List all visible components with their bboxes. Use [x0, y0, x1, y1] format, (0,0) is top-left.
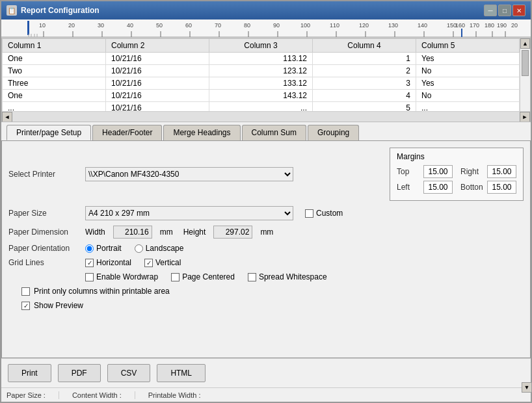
bottom-margin-input[interactable] — [487, 181, 516, 194]
svg-text:70: 70 — [215, 22, 221, 29]
show-preview-row: Show Preview — [21, 301, 524, 310]
table-cell: 3 — [313, 77, 416, 90]
right-margin-input[interactable] — [487, 165, 516, 178]
top-margin-label: Top — [397, 167, 419, 176]
scroll-left-button[interactable]: ◄ — [2, 112, 12, 122]
tab-header-footer[interactable]: Header/Footer — [92, 125, 162, 140]
spread-whitespace-label: Spread Whitespace — [259, 272, 327, 281]
table-cell: One — [3, 53, 106, 65]
extra-checks-row: Enable Wordwrap Page Centered Spread Whi… — [85, 272, 524, 281]
svg-text:140: 140 — [418, 22, 427, 29]
status-bar: Paper Size : Content Width : Printable W… — [1, 387, 531, 402]
top-margin-input[interactable] — [423, 165, 453, 178]
portrait-label: Portrait — [96, 244, 122, 253]
spread-whitespace-checkbox[interactable] — [248, 273, 256, 281]
vertical-scrollbar[interactable]: ▲ ▼ — [520, 38, 530, 111]
grid-options: Horizontal Vertical — [85, 258, 181, 267]
table-cell: 10/21/16 — [106, 53, 209, 65]
horizontal-scrollbar[interactable]: ◄ ► — [2, 111, 530, 122]
portrait-radio[interactable] — [85, 244, 94, 253]
tab-column-sum[interactable]: Column Sum — [242, 125, 306, 140]
html-button[interactable]: HTML — [157, 364, 206, 382]
svg-text:80: 80 — [244, 22, 250, 29]
paper-dimension-row: Paper Dimension Width mm Height mm — [8, 226, 524, 239]
table-cell: ... — [3, 102, 106, 112]
svg-text:100: 100 — [300, 22, 310, 29]
buttons-row: Print PDF CSV HTML — [1, 358, 531, 387]
tab-merge-headings[interactable]: Merge Headings — [163, 125, 240, 140]
table-cell: No — [416, 65, 520, 77]
pdf-button[interactable]: PDF — [58, 364, 101, 382]
table-cell: 133.12 — [209, 77, 313, 90]
page-centered-checkbox[interactable] — [171, 273, 180, 281]
height-input[interactable] — [213, 226, 252, 239]
custom-label: Custom — [316, 209, 343, 218]
data-table: Column 1 Column 2 Column 3 Column 4 Colu… — [2, 38, 520, 111]
mm-label-1: mm — [160, 228, 173, 237]
tab-grouping[interactable]: Grouping — [308, 125, 359, 140]
horizontal-check-item: Horizontal — [85, 258, 131, 267]
col-header-1: Column 1 — [3, 39, 106, 53]
paper-size-label: Paper Size — [8, 209, 80, 218]
svg-text:160: 160 — [455, 22, 465, 29]
svg-text:130: 130 — [388, 22, 398, 29]
csv-button[interactable]: CSV — [107, 364, 151, 382]
wordwrap-checkbox[interactable] — [85, 273, 94, 281]
svg-text:90: 90 — [273, 22, 280, 29]
printer-select[interactable]: \\XP\Canon MF4320-4350 — [85, 167, 293, 181]
title-bar-left: 📋 Report Configuration — [7, 5, 100, 16]
svg-text:170: 170 — [470, 22, 479, 29]
show-preview-checkbox[interactable] — [21, 302, 30, 310]
horizontal-checkbox[interactable] — [85, 259, 94, 267]
svg-text:30: 30 — [98, 22, 104, 29]
table-cell: 143.12 — [209, 90, 313, 102]
table-row: Three10/21/16133.123Yes — [3, 77, 520, 90]
orientation-radio-group: Portrait Landscape — [85, 244, 183, 253]
show-preview-label: Show Preview — [34, 301, 83, 310]
vertical-check-item: Vertical — [144, 258, 181, 267]
scroll-track — [12, 112, 520, 122]
paper-dimension-label: Paper Dimension — [8, 228, 80, 237]
svg-text:10: 10 — [39, 22, 46, 29]
table-row: One10/21/16113.121Yes — [3, 53, 520, 65]
paper-size-select[interactable]: A4 210 x 297 mm — [85, 206, 293, 220]
col-header-5: Column 5 — [416, 39, 520, 53]
margins-title: Margins — [397, 152, 516, 161]
tabs-area: Printer/page Setup Header/Footer Merge H… — [1, 122, 531, 140]
wordwrap-check-item: Enable Wordwrap — [85, 272, 158, 281]
vertical-checkbox[interactable] — [144, 259, 153, 267]
table-cell: 1 — [313, 53, 416, 65]
paper-size-row: Paper Size A4 210 x 297 mm Custom — [8, 206, 524, 220]
table-cell: No — [416, 90, 520, 102]
svg-text:40: 40 — [127, 22, 133, 29]
table-cell: 10/21/16 — [106, 77, 209, 90]
table-cell: Yes — [416, 77, 520, 90]
tabs: Printer/page Setup Header/Footer Merge H… — [7, 125, 531, 140]
print-button[interactable]: Print — [8, 364, 51, 382]
table-cell: One — [3, 90, 106, 102]
window-icon: 📋 — [7, 5, 17, 16]
table-cell: 10/21/16 — [106, 102, 209, 112]
col-header-4: Column 4 — [313, 39, 416, 53]
table-cell: 123.12 — [209, 65, 313, 77]
scroll-right-button[interactable]: ► — [520, 112, 530, 122]
tab-printer-page-setup[interactable]: Printer/page Setup — [7, 125, 91, 140]
table-cell: 5 — [313, 102, 416, 112]
print-only-columns-checkbox[interactable] — [21, 287, 30, 296]
svg-text:50: 50 — [156, 22, 163, 29]
width-input[interactable] — [113, 226, 152, 239]
page-centered-check-item: Page Centered — [171, 272, 235, 281]
horizontal-label: Horizontal — [96, 258, 131, 267]
paper-size-status: Paper Size : — [7, 391, 59, 399]
custom-check-item: Custom — [305, 209, 343, 218]
select-printer-row: Select Printer \\XP\Canon MF4320-4350 Ma… — [8, 148, 524, 201]
data-table-area: Column 1 Column 2 Column 3 Column 4 Colu… — [1, 38, 531, 122]
landscape-radio[interactable] — [135, 244, 143, 253]
left-margin-input[interactable] — [423, 181, 453, 194]
custom-checkbox[interactable] — [305, 209, 313, 218]
close-button[interactable]: ✕ — [512, 5, 525, 16]
maximize-button[interactable]: □ — [498, 5, 511, 16]
bottom-margin-label: Botton — [460, 183, 483, 192]
table-wrapper[interactable]: Column 1 Column 2 Column 3 Column 4 Colu… — [2, 38, 520, 111]
minimize-button[interactable]: ─ — [484, 5, 497, 16]
